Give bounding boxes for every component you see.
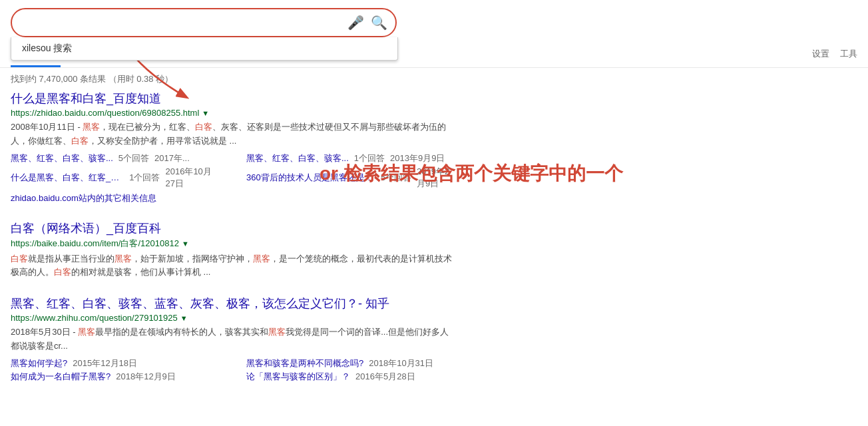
sub-link-row: 360背后的技术人员是黑客还是白客？_百度知道 5个回答 2019年2月9日	[246, 166, 455, 190]
result-item: 白客（网络术语）_百度百科 https://baike.baidu.com/it…	[11, 220, 455, 280]
sub-link-row: 黑客、红客、白客、骇客... 5个回答 2017年...	[11, 152, 220, 164]
sub-link-date: 2019年2月9日	[417, 166, 455, 190]
result-desc: 白客就是指从事正当行业的黑客，始于新加坡，指网络守护神，黑客，是一个笼统的概念，…	[11, 252, 455, 280]
sub-link-row: 黑客和骇客是两种不同概念吗? 2018年10月31日	[246, 357, 455, 369]
result-url-row: https://zhidao.baidu.com/question/698082…	[11, 108, 455, 118]
sub-link-date: 2016年5月28日	[355, 371, 415, 383]
sub-link-date: 2013年9月9日	[390, 152, 445, 164]
result-desc: 2008年10月11日 - 黑客，现在已被分为，红客、白客、灰客、还客则是一些技…	[11, 120, 455, 148]
result-url-dropdown[interactable]: ▼	[180, 314, 188, 322]
sub-link-date: 2018年12月9日	[116, 371, 176, 383]
sub-link-date: 2015年12月18日	[73, 357, 137, 369]
sub-links: 黑客如何学起? 2015年12月18日 黑客和骇客是两种不同概念吗? 2018年…	[11, 357, 455, 383]
results-count: 找到约 7,470,000 条结果 （用时 0.38 秒）	[0, 68, 868, 91]
nav-settings-tools: 设置 工具	[812, 48, 857, 60]
sub-link-row: 如何成为一名白帽子黑客? 2018年12月9日	[11, 371, 220, 383]
settings-link[interactable]: 设置	[812, 48, 829, 60]
result-title[interactable]: 什么是黑客和白客_百度知道	[11, 91, 455, 106]
sub-link[interactable]: 黑客、红客、白客、骇客...	[11, 152, 113, 164]
results-container: 什么是黑客和白客_百度知道 https://zhidao.baidu.com/q…	[0, 91, 466, 383]
result-title[interactable]: 黑客、红客、白客、骇客、蓝客、灰客、极客，该怎么定义它们？- 知乎	[11, 296, 455, 312]
result-url: https://zhidao.baidu.com/question/698082…	[11, 108, 199, 118]
sub-link-date: 2017年...	[154, 152, 190, 164]
result-url-row: https://www.zhihu.com/question/279101925…	[11, 313, 455, 323]
sub-link-meta: 1个回答	[129, 172, 160, 184]
sub-link-meta: 5个回答	[118, 152, 149, 164]
result-url: https://baike.baidu.com/item/白客/12010812	[11, 238, 179, 250]
result-item: 什么是黑客和白客_百度知道 https://zhidao.baidu.com/q…	[11, 91, 455, 204]
result-item: 黑客、红客、白客、骇客、蓝客、灰客、极客，该怎么定义它们？- 知乎 https:…	[11, 296, 455, 383]
microphone-icon[interactable]: 🎤	[347, 15, 364, 31]
sub-link[interactable]: 如何成为一名白帽子黑客?	[11, 371, 110, 383]
sub-link-row: 什么是黑客、白客、红客_百度知道 1个回答 2016年10月27日	[11, 166, 220, 190]
sub-link[interactable]: 黑客、红客、白客、骇客...	[246, 152, 349, 164]
sub-link[interactable]: 什么是黑客、白客、红客_百度知道	[11, 172, 124, 184]
result-title[interactable]: 白客（网络术语）_百度百科	[11, 220, 455, 236]
site-info-link[interactable]: zhidao.baidu.com站内的其它相关信息	[11, 192, 455, 204]
search-submit-icon[interactable]: 🔍	[371, 15, 387, 31]
result-url-dropdown[interactable]: ▼	[182, 240, 189, 248]
sub-link-meta: 5个回答	[381, 172, 411, 184]
result-url: https://www.zhihu.com/question/279101925	[11, 313, 178, 323]
autocomplete-dropdown: xilesou 搜索	[11, 37, 398, 61]
sub-link-row: 黑客、红客、白客、骇客... 1个回答 2013年9月9日	[246, 152, 455, 164]
sub-link[interactable]: 360背后的技术人员是黑客还是白客？_百度知道	[246, 172, 375, 184]
sub-link-date: 2016年10月27日	[165, 166, 220, 190]
sub-link-row: 黑客如何学起? 2015年12月18日	[11, 357, 220, 369]
result-desc: 2018年5月30日 - 黑客最早指的是在领域内有特长的人，骇客其实和黑客我觉得…	[11, 325, 455, 353]
sub-link-date: 2018年10月31日	[369, 357, 433, 369]
tools-link[interactable]: 工具	[840, 48, 857, 60]
autocomplete-item[interactable]: xilesou 搜索	[11, 37, 397, 60]
sub-link[interactable]: 黑客和骇客是两种不同概念吗?	[246, 357, 363, 369]
sub-link[interactable]: 黑客如何学起?	[11, 357, 67, 369]
sub-link-meta: 1个回答	[354, 152, 385, 164]
sub-link-row: 论「黑客与骇客的区别」？ 2016年5月28日	[246, 371, 455, 383]
header: 黑客 or 白客 🎤 🔍 xilesou 搜索	[0, 0, 868, 37]
result-url-row: https://baike.baidu.com/item/白客/12010812…	[11, 238, 455, 250]
sub-links: 黑客、红客、白客、骇客... 5个回答 2017年... 黑客、红客、白客、骇客…	[11, 152, 455, 190]
search-input[interactable]: 黑客 or 白客	[20, 17, 347, 29]
sub-link[interactable]: 论「黑客与骇客的区别」？	[246, 371, 350, 383]
search-box[interactable]: 黑客 or 白客 🎤 🔍 xilesou 搜索	[11, 8, 397, 37]
result-url-dropdown[interactable]: ▼	[202, 109, 209, 117]
